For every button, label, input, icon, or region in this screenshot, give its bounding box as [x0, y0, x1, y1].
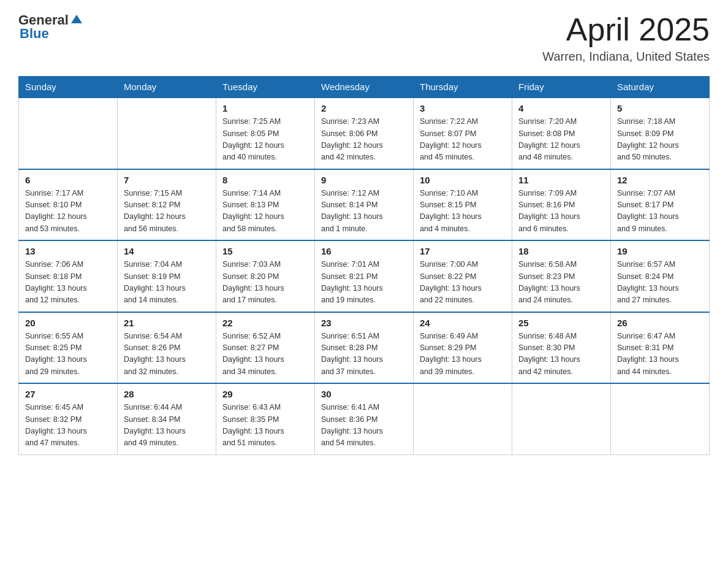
day-number: 25	[518, 318, 604, 328]
calendar-cell: 12Sunrise: 7:07 AMSunset: 8:17 PMDayligh…	[611, 169, 710, 241]
day-number: 21	[124, 318, 210, 328]
day-number: 26	[617, 318, 703, 328]
day-info: Sunrise: 6:54 AMSunset: 8:26 PMDaylight:…	[124, 331, 210, 378]
day-info: Sunrise: 6:44 AMSunset: 8:34 PMDaylight:…	[124, 402, 210, 450]
svg-marker-0	[71, 15, 82, 23]
day-info: Sunrise: 7:01 AMSunset: 8:21 PMDaylight:…	[321, 259, 407, 307]
calendar-cell	[118, 98, 216, 169]
day-number: 29	[222, 389, 308, 399]
day-info: Sunrise: 7:25 AMSunset: 8:05 PMDaylight:…	[222, 116, 308, 164]
day-number: 23	[321, 318, 407, 328]
calendar-header-row: SundayMondayTuesdayWednesdayThursdayFrid…	[19, 77, 710, 98]
calendar-cell: 19Sunrise: 6:57 AMSunset: 8:24 PMDayligh…	[611, 240, 710, 312]
calendar-cell: 30Sunrise: 6:41 AMSunset: 8:36 PMDayligh…	[315, 383, 414, 454]
calendar-cell: 3Sunrise: 7:22 AMSunset: 8:07 PMDaylight…	[414, 98, 512, 169]
day-info: Sunrise: 6:47 AMSunset: 8:31 PMDaylight:…	[617, 331, 703, 378]
calendar-cell: 14Sunrise: 7:04 AMSunset: 8:19 PMDayligh…	[118, 240, 216, 312]
month-title: April 2025	[542, 12, 710, 47]
day-info: Sunrise: 7:18 AMSunset: 8:09 PMDaylight:…	[617, 116, 703, 164]
calendar-cell: 4Sunrise: 7:20 AMSunset: 8:08 PMDaylight…	[512, 98, 611, 169]
day-header-wednesday: Wednesday	[315, 77, 414, 98]
calendar-cell: 11Sunrise: 7:09 AMSunset: 8:16 PMDayligh…	[512, 169, 611, 241]
day-number: 12	[617, 175, 703, 185]
day-info: Sunrise: 6:51 AMSunset: 8:28 PMDaylight:…	[321, 331, 407, 378]
logo-blue-text: Blue	[20, 26, 49, 42]
calendar-cell: 9Sunrise: 7:12 AMSunset: 8:14 PMDaylight…	[315, 169, 414, 241]
day-number: 6	[25, 175, 111, 185]
calendar-cell: 24Sunrise: 6:49 AMSunset: 8:29 PMDayligh…	[414, 312, 512, 384]
day-header-sunday: Sunday	[19, 77, 118, 98]
calendar-cell: 1Sunrise: 7:25 AMSunset: 8:05 PMDaylight…	[216, 98, 315, 169]
day-number: 7	[124, 175, 210, 185]
day-number: 3	[420, 103, 506, 113]
calendar-cell: 6Sunrise: 7:17 AMSunset: 8:10 PMDaylight…	[19, 169, 118, 241]
day-info: Sunrise: 6:48 AMSunset: 8:30 PMDaylight:…	[518, 331, 604, 378]
day-info: Sunrise: 6:45 AMSunset: 8:32 PMDaylight:…	[25, 402, 111, 450]
day-info: Sunrise: 7:06 AMSunset: 8:18 PMDaylight:…	[25, 259, 111, 307]
day-info: Sunrise: 6:52 AMSunset: 8:27 PMDaylight:…	[222, 331, 308, 378]
day-number: 14	[124, 246, 210, 256]
day-number: 19	[617, 246, 703, 256]
day-number: 18	[518, 246, 604, 256]
day-info: Sunrise: 7:12 AMSunset: 8:14 PMDaylight:…	[321, 188, 407, 236]
day-number: 28	[124, 389, 210, 399]
day-info: Sunrise: 6:49 AMSunset: 8:29 PMDaylight:…	[420, 331, 506, 378]
calendar-cell: 20Sunrise: 6:55 AMSunset: 8:25 PMDayligh…	[19, 312, 118, 384]
day-info: Sunrise: 7:07 AMSunset: 8:17 PMDaylight:…	[617, 188, 703, 236]
week-row-4: 20Sunrise: 6:55 AMSunset: 8:25 PMDayligh…	[19, 312, 710, 384]
week-row-3: 13Sunrise: 7:06 AMSunset: 8:18 PMDayligh…	[19, 240, 710, 312]
calendar-cell: 29Sunrise: 6:43 AMSunset: 8:35 PMDayligh…	[216, 383, 315, 454]
week-row-1: 1Sunrise: 7:25 AMSunset: 8:05 PMDaylight…	[19, 98, 710, 169]
day-info: Sunrise: 7:00 AMSunset: 8:22 PMDaylight:…	[420, 259, 506, 307]
calendar-cell: 5Sunrise: 7:18 AMSunset: 8:09 PMDaylight…	[611, 98, 710, 169]
day-number: 8	[222, 175, 308, 185]
day-info: Sunrise: 7:04 AMSunset: 8:19 PMDaylight:…	[124, 259, 210, 307]
day-info: Sunrise: 6:43 AMSunset: 8:35 PMDaylight:…	[222, 402, 308, 450]
day-info: Sunrise: 6:57 AMSunset: 8:24 PMDaylight:…	[617, 259, 703, 307]
day-header-saturday: Saturday	[611, 77, 710, 98]
calendar-cell	[512, 383, 611, 454]
day-info: Sunrise: 7:22 AMSunset: 8:07 PMDaylight:…	[420, 116, 506, 164]
day-number: 11	[518, 175, 604, 185]
day-number: 16	[321, 246, 407, 256]
location-title: Warren, Indiana, United States	[542, 50, 710, 64]
calendar-cell: 13Sunrise: 7:06 AMSunset: 8:18 PMDayligh…	[19, 240, 118, 312]
day-number: 5	[617, 103, 703, 113]
title-area: April 2025 Warren, Indiana, United State…	[542, 12, 710, 64]
calendar-cell: 26Sunrise: 6:47 AMSunset: 8:31 PMDayligh…	[611, 312, 710, 384]
week-row-5: 27Sunrise: 6:45 AMSunset: 8:32 PMDayligh…	[19, 383, 710, 454]
day-header-thursday: Thursday	[414, 77, 512, 98]
day-number: 10	[420, 175, 506, 185]
day-number: 1	[222, 103, 308, 113]
day-info: Sunrise: 7:03 AMSunset: 8:20 PMDaylight:…	[222, 259, 308, 307]
calendar-cell: 21Sunrise: 6:54 AMSunset: 8:26 PMDayligh…	[118, 312, 216, 384]
calendar-cell	[19, 98, 118, 169]
calendar-cell: 27Sunrise: 6:45 AMSunset: 8:32 PMDayligh…	[19, 383, 118, 454]
day-number: 27	[25, 389, 111, 399]
calendar-cell: 2Sunrise: 7:23 AMSunset: 8:06 PMDaylight…	[315, 98, 414, 169]
day-info: Sunrise: 7:23 AMSunset: 8:06 PMDaylight:…	[321, 116, 407, 164]
day-info: Sunrise: 7:20 AMSunset: 8:08 PMDaylight:…	[518, 116, 604, 164]
day-number: 30	[321, 389, 407, 399]
calendar-cell: 10Sunrise: 7:10 AMSunset: 8:15 PMDayligh…	[414, 169, 512, 241]
day-info: Sunrise: 6:55 AMSunset: 8:25 PMDaylight:…	[25, 331, 111, 378]
day-number: 13	[25, 246, 111, 256]
day-number: 15	[222, 246, 308, 256]
calendar-table: SundayMondayTuesdayWednesdayThursdayFrid…	[18, 76, 710, 455]
day-info: Sunrise: 6:41 AMSunset: 8:36 PMDaylight:…	[321, 402, 407, 450]
day-number: 17	[420, 246, 506, 256]
day-number: 4	[518, 103, 604, 113]
day-info: Sunrise: 7:17 AMSunset: 8:10 PMDaylight:…	[25, 188, 111, 236]
calendar-cell	[611, 383, 710, 454]
calendar-cell: 23Sunrise: 6:51 AMSunset: 8:28 PMDayligh…	[315, 312, 414, 384]
day-number: 2	[321, 103, 407, 113]
calendar-cell: 8Sunrise: 7:14 AMSunset: 8:13 PMDaylight…	[216, 169, 315, 241]
week-row-2: 6Sunrise: 7:17 AMSunset: 8:10 PMDaylight…	[19, 169, 710, 241]
calendar-cell: 15Sunrise: 7:03 AMSunset: 8:20 PMDayligh…	[216, 240, 315, 312]
day-header-tuesday: Tuesday	[216, 77, 315, 98]
header: General Blue April 2025 Warren, Indiana,…	[18, 12, 710, 64]
calendar-cell: 28Sunrise: 6:44 AMSunset: 8:34 PMDayligh…	[118, 383, 216, 454]
day-info: Sunrise: 7:15 AMSunset: 8:12 PMDaylight:…	[124, 188, 210, 236]
calendar-cell: 16Sunrise: 7:01 AMSunset: 8:21 PMDayligh…	[315, 240, 414, 312]
calendar-cell	[414, 383, 512, 454]
